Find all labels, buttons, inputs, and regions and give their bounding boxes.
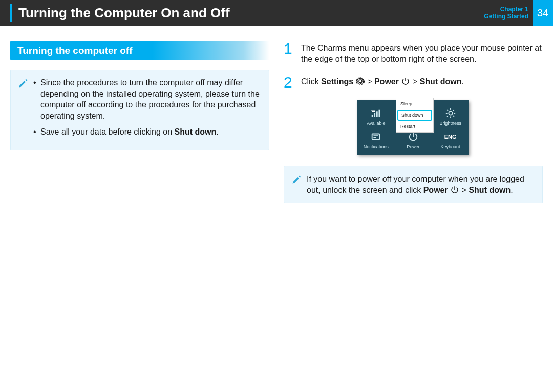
note-right-text: If you want to power off your computer w…	[307, 173, 534, 195]
svg-point-0	[449, 112, 452, 115]
charms-power: Power	[396, 131, 430, 149]
charms-row-2: Notifications Power ENG Keyboard	[357, 131, 469, 149]
step-1: 1 The Charms menu appears when you place…	[284, 41, 543, 64]
content: Turning the computer off Since the proce…	[0, 26, 553, 213]
bullet-1: Since the procedures to turn the compute…	[33, 77, 261, 121]
left-column: Turning the computer off Since the proce…	[10, 41, 269, 203]
step-num-1: 1	[284, 41, 295, 64]
note-icon	[18, 78, 28, 89]
note-icon	[291, 175, 302, 185]
right-column: 1 The Charms menu appears when you place…	[284, 41, 543, 203]
charms-keyboard: ENG Keyboard	[434, 131, 467, 149]
note-box-right: If you want to power off your computer w…	[284, 166, 543, 203]
bullet-2: Save all your data before clicking on Sh…	[33, 126, 261, 138]
svg-rect-1	[372, 134, 380, 140]
power-icon	[401, 77, 410, 86]
note-box-left: Since the procedures to turn the compute…	[10, 70, 269, 150]
step-2: 2 Click Settings > Power > Shut down.	[284, 75, 543, 90]
chapter-line2: Getting Started	[484, 13, 528, 20]
power-popup: Sleep Shut down Restart	[396, 98, 433, 132]
page-title-wrap: Turning the Computer On and Off	[10, 4, 484, 22]
popup-shutdown: Shut down	[397, 110, 432, 121]
charms-panel: Sleep Shut down Restart Available Bright…	[357, 100, 469, 155]
page-header: Turning the Computer On and Off Chapter …	[0, 0, 553, 26]
signal-icon	[370, 107, 381, 119]
charms-notifications: Notifications	[359, 131, 393, 149]
charms-available: Available	[359, 107, 393, 126]
step-num-2: 2	[284, 75, 295, 90]
notifications-icon	[370, 131, 381, 142]
title-rule	[10, 4, 12, 22]
chapter-block: Chapter 1 Getting Started 34	[484, 0, 553, 26]
step-1-text: The Charms menu appears when you place y…	[301, 41, 543, 64]
gear-icon	[356, 77, 365, 86]
charms-brightness: Brightness	[434, 107, 467, 126]
note-bullets: Since the procedures to turn the compute…	[33, 77, 261, 143]
sub-heading: Turning the computer off	[10, 41, 269, 60]
popup-restart: Restart	[396, 121, 433, 132]
eng-label: ENG	[444, 131, 457, 142]
power-icon	[408, 131, 419, 142]
page-title: Turning the Computer On and Off	[18, 5, 230, 21]
power-icon	[450, 185, 459, 194]
step-2-text: Click Settings > Power > Shut down.	[301, 75, 464, 90]
popup-sleep: Sleep	[396, 98, 433, 110]
chapter-text: Chapter 1 Getting Started	[484, 6, 528, 20]
charms-illustration: Sleep Shut down Restart Available Bright…	[284, 100, 543, 155]
page-number: 34	[533, 0, 553, 26]
brightness-icon	[445, 107, 456, 119]
chapter-line1: Chapter 1	[484, 6, 528, 13]
